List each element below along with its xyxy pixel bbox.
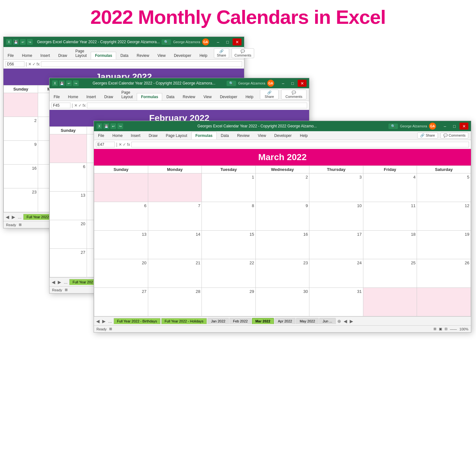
cal-cell[interactable]: 11 <box>363 202 417 231</box>
search-box-mar[interactable]: 🔍 <box>388 124 398 129</box>
cal-cell[interactable]: 10 <box>309 202 363 231</box>
sheet-tab-mar-2022[interactable]: Mar 2022 <box>252 318 274 324</box>
tab-help-mar[interactable]: Help <box>296 132 312 139</box>
redo-icon-feb[interactable]: ↪ <box>73 80 79 86</box>
cal-cell[interactable]: 24 <box>309 259 363 288</box>
tab-data-mar[interactable]: Data <box>217 132 233 139</box>
cal-cell[interactable]: 2 <box>4 117 38 141</box>
cal-cell[interactable]: 7 <box>148 202 202 231</box>
cal-cell[interactable]: 15 <box>202 231 256 259</box>
close-button-mar[interactable]: ✕ <box>459 123 468 130</box>
sheet-tab-jan-2022[interactable]: Jan 2022 <box>208 318 229 324</box>
sheet-tab-apr-2022[interactable]: Apr 2022 <box>274 318 296 324</box>
cal-cell[interactable] <box>363 288 417 316</box>
cal-cell[interactable]: 22 <box>202 259 256 288</box>
cal-cell[interactable]: 26 <box>417 259 471 288</box>
tab-data-jan[interactable]: Data <box>116 52 132 59</box>
tab-insert-feb[interactable]: Insert <box>82 93 100 100</box>
sheet-add-tab[interactable]: ⊕ <box>336 319 342 324</box>
tab-formulas-feb[interactable]: Formulas <box>137 93 162 101</box>
tab-review-jan[interactable]: Review <box>133 52 153 59</box>
cal-cell[interactable]: 20 <box>94 259 148 288</box>
share-button-jan[interactable]: 🔗 Share <box>214 48 229 58</box>
cal-cell[interactable]: 14 <box>148 231 202 259</box>
save-icon-mar[interactable]: 💾 <box>103 123 109 129</box>
sheet-tab-fy-jan[interactable]: Full Year 2022 <box>23 214 52 220</box>
cal-cell[interactable]: 8 <box>202 202 256 231</box>
close-button-feb[interactable]: ✕ <box>298 80 307 87</box>
sheet-nav-dots-jan[interactable]: ... <box>17 214 23 220</box>
undo-icon-mar[interactable]: ↩ <box>110 123 116 129</box>
cal-cell[interactable]: 29 <box>202 288 256 316</box>
tab-draw-mar[interactable]: Draw <box>144 132 162 139</box>
cal-cell[interactable]: 17 <box>309 231 363 259</box>
sheet-nav-left-jan[interactable]: ◀ <box>5 214 10 220</box>
tab-file-feb[interactable]: File <box>50 93 64 100</box>
tab-pagelayout-mar[interactable]: Page Layout <box>162 132 191 139</box>
cal-cell[interactable]: 5 <box>417 173 471 202</box>
formula-input-jan[interactable] <box>41 61 242 67</box>
maximize-button-jan[interactable]: □ <box>223 38 232 45</box>
cal-cell[interactable] <box>148 173 202 202</box>
cal-cell[interactable]: 27 <box>50 249 87 277</box>
cal-cell[interactable] <box>94 173 148 202</box>
tab-insert-mar[interactable]: Insert <box>127 132 144 139</box>
sheet-nav-dots-mar[interactable]: ... <box>107 319 113 324</box>
sheet-scroll-right[interactable]: ▶ <box>349 319 354 324</box>
cal-cell[interactable]: 31 <box>309 288 363 316</box>
cal-cell[interactable]: 6 <box>94 202 148 231</box>
cal-cell[interactable]: 13 <box>94 231 148 259</box>
tab-home-feb[interactable]: Home <box>64 93 82 100</box>
tab-pagelayout-feb[interactable]: Page Layout <box>117 89 137 100</box>
cal-cell[interactable] <box>4 93 38 117</box>
tab-draw-jan[interactable]: Draw <box>54 52 71 59</box>
undo-icon[interactable]: ↩ <box>20 39 26 45</box>
cal-cell[interactable]: 9 <box>255 202 309 231</box>
sheet-nav-right-feb[interactable]: ▶ <box>57 280 62 285</box>
undo-icon-feb[interactable]: ↩ <box>66 80 72 86</box>
cal-cell[interactable]: 23 <box>4 188 38 212</box>
cal-cell[interactable]: 3 <box>309 173 363 202</box>
cell-reference-mar[interactable] <box>96 142 115 147</box>
tab-developer-mar[interactable]: Developer <box>270 132 296 139</box>
cal-cell[interactable]: 16 <box>4 165 38 188</box>
sheet-tab-jun-2022[interactable]: Jun ... <box>319 318 336 324</box>
save-icon[interactable]: 💾 <box>13 39 19 45</box>
cal-cell[interactable]: 19 <box>417 231 471 259</box>
share-button-feb[interactable]: 🔗 Share <box>260 90 279 99</box>
comments-button-mar[interactable]: 💬 Comments <box>440 132 468 139</box>
tab-help-jan[interactable]: Help <box>195 52 212 59</box>
cal-cell[interactable]: 21 <box>148 259 202 288</box>
redo-icon[interactable]: ↪ <box>27 39 33 45</box>
cal-cell[interactable]: 6 <box>50 163 87 192</box>
cal-cell[interactable]: 27 <box>94 288 148 316</box>
tab-help-feb[interactable]: Help <box>241 93 258 100</box>
tab-data-feb[interactable]: Data <box>162 93 178 100</box>
minimize-button-feb[interactable]: – <box>279 80 288 87</box>
sheet-nav-right-jan[interactable]: ▶ <box>11 214 16 220</box>
cal-cell[interactable]: 12 <box>417 202 471 231</box>
view-normal-icon[interactable]: ⊞ <box>433 327 436 331</box>
tab-formulas-mar[interactable]: Formulas <box>191 132 217 139</box>
cal-cell[interactable]: 9 <box>4 141 38 165</box>
share-button-mar[interactable]: 🔗 Share <box>417 132 438 139</box>
sheet-tab-may-2022[interactable]: May 2022 <box>296 318 318 324</box>
cal-cell[interactable] <box>50 134 87 163</box>
minimize-button-jan[interactable]: – <box>214 38 222 45</box>
cal-cell[interactable]: 2 <box>255 173 309 202</box>
sheet-tab-feb-2022[interactable]: Feb 2022 <box>229 318 251 324</box>
cal-cell[interactable] <box>417 288 471 316</box>
save-icon-feb[interactable]: 💾 <box>59 80 65 86</box>
maximize-button-feb[interactable]: □ <box>288 80 297 87</box>
tab-pagelayout-jan[interactable]: Page Layout <box>71 47 91 59</box>
sheet-nav-left-mar[interactable]: ◀ <box>95 319 101 324</box>
cal-cell[interactable]: 28 <box>148 288 202 316</box>
sheet-tab-fy-birthdays[interactable]: Full Year 2022 - Birthdays <box>114 318 161 324</box>
maximize-button-mar[interactable]: □ <box>450 123 459 130</box>
sheet-nav-dots-feb[interactable]: ... <box>63 280 69 285</box>
cal-cell[interactable]: 25 <box>363 259 417 288</box>
tab-review-mar[interactable]: Review <box>233 132 254 139</box>
tab-insert-jan[interactable]: Insert <box>36 52 54 59</box>
tab-review-feb[interactable]: Review <box>179 93 199 100</box>
tab-draw-feb[interactable]: Draw <box>100 93 117 100</box>
